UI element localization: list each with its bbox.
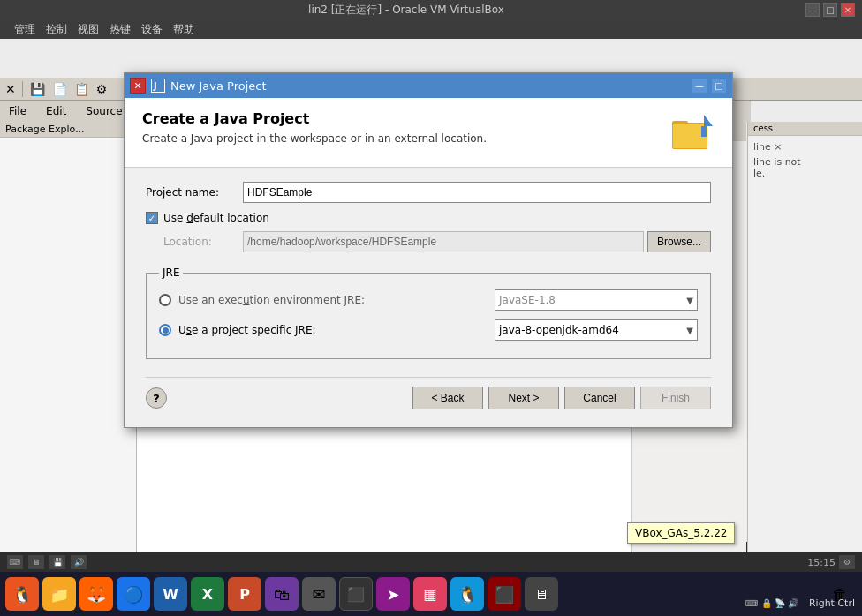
specific-jre-select-value: java-8-openjdk-amd64	[499, 324, 619, 336]
project-name-row: Project name:	[146, 182, 711, 203]
env-jre-select[interactable]: JavaSE-1.8 ▼	[495, 289, 698, 311]
tooltip: VBox_GAs_5.2.22	[627, 522, 735, 544]
project-name-input[interactable]	[243, 182, 711, 203]
dialog-banner: Create a Java Project Create a Java proj…	[125, 98, 732, 168]
specific-jre-select-wrapper: java-8-openjdk-amd64 ▼	[495, 319, 698, 341]
dialog-min-btn[interactable]: —	[692, 78, 707, 94]
location-label: Location:	[146, 236, 243, 248]
tooltip-text: VBox_GAs_5.2.22	[635, 527, 727, 539]
help-button[interactable]: ?	[146, 387, 167, 409]
banner-icon	[670, 110, 715, 154]
svg-rect-6	[701, 126, 707, 137]
radio-specific-jre-btn[interactable]	[159, 324, 171, 336]
finish-button[interactable]: Finish	[640, 387, 711, 409]
checkmark-icon: ✓	[148, 214, 155, 223]
specific-jre-select[interactable]: java-8-openjdk-amd64 ▼	[495, 319, 698, 341]
banner-subtitle: Create a Java project in the workspace o…	[142, 132, 653, 145]
radio-env-jre-row: Use an execution environment JRE: JavaSE…	[159, 289, 698, 311]
dialog-buttons: ? < Back Next > Cancel Finish	[146, 377, 711, 413]
back-button[interactable]: < Back	[412, 387, 483, 409]
dialog-java-icon: J	[151, 79, 165, 93]
jre-legend: JRE	[159, 267, 183, 279]
jre-group: JRE Use an execution environment JRE: Ja…	[146, 267, 711, 359]
radio-specific-jre-label: Use a project specific JRE:	[178, 324, 316, 336]
location-input[interactable]	[243, 231, 644, 252]
dialog-close-btn[interactable]: ✕	[130, 78, 146, 94]
svg-text:J: J	[153, 81, 157, 91]
radio-env-jre-label: Use an execution environment JRE:	[178, 294, 365, 306]
use-default-location-label: Use default location	[163, 212, 269, 224]
dialog-max-btn[interactable]: □	[711, 78, 727, 94]
new-java-project-dialog: ✕ J New Java Project — □ Create a Java P…	[124, 72, 733, 428]
use-default-location-row: ✓ Use default location	[146, 212, 711, 224]
dialog-body: Create a Java Project Create a Java proj…	[125, 98, 732, 427]
svg-marker-5	[704, 115, 713, 126]
banner-title: Create a Java Project	[142, 110, 653, 127]
banner-text: Create a Java Project Create a Java proj…	[142, 110, 653, 145]
dialog-titlebar: ✕ J New Java Project — □	[125, 73, 732, 98]
env-jre-dropdown-icon: ▼	[686, 296, 693, 305]
radio-specific-jre-row: Use a project specific JRE: java-8-openj…	[159, 319, 698, 341]
env-jre-select-value: JavaSE-1.8	[499, 294, 556, 306]
env-jre-select-wrapper: JavaSE-1.8 ▼	[495, 289, 698, 311]
location-row: Location: Browse...	[146, 231, 711, 252]
dialog-window-controls: — □	[692, 78, 727, 94]
next-button[interactable]: Next >	[488, 387, 559, 409]
project-name-label: Project name:	[146, 186, 243, 199]
use-default-location-checkbox[interactable]: ✓	[146, 212, 158, 224]
dialog-title: New Java Project	[170, 79, 267, 93]
cancel-button[interactable]: Cancel	[564, 387, 635, 409]
radio-env-jre-btn[interactable]	[159, 294, 171, 306]
specific-jre-dropdown-icon: ▼	[686, 326, 693, 335]
browse-button[interactable]: Browse...	[647, 231, 711, 252]
